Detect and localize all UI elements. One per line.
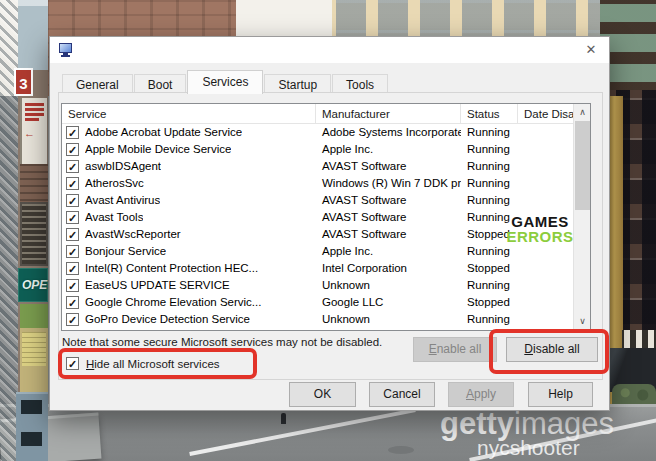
service-checkbox[interactable]: ✓ xyxy=(66,143,79,156)
service-row[interactable]: ✓ Intel(R) Content Protection HEC... Int… xyxy=(62,260,590,277)
service-name: Apple Mobile Device Service xyxy=(85,141,231,158)
service-checkbox[interactable]: ✓ xyxy=(66,177,79,190)
scroll-down-icon[interactable]: ∨ xyxy=(574,313,591,330)
service-checkbox[interactable]: ✓ xyxy=(66,211,79,224)
service-cell: ✓ Avast Antivirus xyxy=(62,192,316,209)
help-button[interactable]: Help xyxy=(528,382,593,407)
manufacturer-cell: Intel Corporation xyxy=(316,260,461,277)
service-cell: ✓ Avast Tools xyxy=(62,209,316,226)
service-checkbox[interactable]: ✓ xyxy=(66,313,79,326)
service-row[interactable]: ✓ EaseUS UPDATE SERVICE Unknown Running xyxy=(62,277,590,294)
manufacturer-cell: Google LLC xyxy=(316,294,461,311)
date-disabled-cell xyxy=(518,277,573,294)
manufacturer-cell: Apple Inc. xyxy=(316,141,461,158)
column-header-status[interactable]: Status xyxy=(461,104,518,123)
service-name: Bonjour Service xyxy=(85,243,166,260)
date-disabled-cell xyxy=(518,158,573,175)
disable-all-label: isable all xyxy=(533,342,580,356)
manufacturer-cell: AVAST Software xyxy=(316,209,461,226)
service-row[interactable]: ✓ GoPro Device Detection Service Unknown… xyxy=(62,311,590,328)
service-checkbox[interactable]: ✓ xyxy=(66,245,79,258)
manufacturer-cell: Apple Inc. xyxy=(316,243,461,260)
tab-services[interactable]: Services xyxy=(187,70,263,94)
scroll-up-icon[interactable]: ∧ xyxy=(574,104,591,121)
number-3-sign: 3 xyxy=(14,68,33,96)
service-checkbox[interactable]: ✓ xyxy=(66,296,79,309)
manhole-cover xyxy=(388,446,414,454)
manufacturer-cell: AVAST Software xyxy=(316,192,461,209)
status-cell: Stopped xyxy=(461,294,518,311)
service-cell: ✓ AtherosSvc xyxy=(62,175,316,192)
status-cell: Running xyxy=(461,141,518,158)
apply-label: A xyxy=(466,387,474,401)
status-cell: Stopped xyxy=(461,260,518,277)
service-checkbox[interactable]: ✓ xyxy=(66,228,79,241)
enable-all-label: E xyxy=(429,342,437,356)
column-header-service[interactable]: Service xyxy=(62,104,316,123)
tab-general[interactable]: General xyxy=(62,74,133,94)
manufacturer-cell: AVAST Software xyxy=(316,226,461,243)
service-row[interactable]: ✓ AtherosSvc Windows (R) Win 7 DDK pr...… xyxy=(62,175,590,192)
service-row[interactable]: ✓ Google Chrome Elevation Servic... Goog… xyxy=(62,294,590,311)
service-cell: ✓ EaseUS UPDATE SERVICE xyxy=(62,277,316,294)
scrollbar-thumb[interactable] xyxy=(575,121,590,210)
status-cell: Running xyxy=(461,158,518,175)
service-checkbox[interactable]: ✓ xyxy=(66,126,79,139)
service-row[interactable]: ✓ Bonjour Service Apple Inc. Running xyxy=(62,243,590,260)
service-checkbox[interactable]: ✓ xyxy=(66,160,79,173)
service-name: Avast Antivirus xyxy=(85,192,160,209)
service-name: aswbIDSAgent xyxy=(85,158,161,175)
date-disabled-cell xyxy=(518,124,573,141)
close-icon[interactable]: ✕ xyxy=(583,42,599,58)
hide-microsoft-services-checkbox[interactable]: ✓ xyxy=(66,357,79,370)
service-row[interactable]: ✓ Apple Mobile Device Service Apple Inc.… xyxy=(62,141,590,158)
service-name: GoPro Device Detection Service xyxy=(85,311,250,328)
column-header-manufacturer[interactable]: Manufacturer xyxy=(316,104,461,123)
status-cell: Running xyxy=(461,192,518,209)
service-cell: ✓ Adobe Acrobat Update Service xyxy=(62,124,316,141)
service-name: Intel(R) Content Protection HEC... xyxy=(85,260,258,277)
status-cell: Running xyxy=(461,311,518,328)
date-disabled-cell xyxy=(518,260,573,277)
microsoft-services-note: Note that some secure Microsoft services… xyxy=(62,336,382,348)
service-checkbox[interactable]: ✓ xyxy=(66,194,79,207)
cancel-button[interactable]: Cancel xyxy=(369,382,435,407)
manufacturer-cell: Adobe Systems Incorporated xyxy=(316,124,461,141)
column-header-date-disabled[interactable]: Date Disabled xyxy=(518,104,573,123)
brick-section xyxy=(20,164,48,202)
system-configuration-dialog: ✕ General Boot Services Startup Tools Se… xyxy=(49,36,610,411)
newspaper-box xyxy=(16,392,48,461)
left-upper-wall xyxy=(18,0,48,70)
status-cell: Running xyxy=(461,277,518,294)
service-checkbox[interactable]: ✓ xyxy=(66,279,79,292)
service-checkbox[interactable]: ✓ xyxy=(66,262,79,275)
tab-bar: General Boot Services Startup Tools xyxy=(62,70,389,94)
service-row[interactable]: ✓ Avast Antivirus AVAST Software Running xyxy=(62,192,590,209)
hide-microsoft-services-label: Hide all Microsoft services xyxy=(86,358,220,370)
games-errors-logo-line1: GAMES xyxy=(487,214,593,229)
service-cell: ✓ Bonjour Service xyxy=(62,243,316,260)
service-name: Google Chrome Elevation Servic... xyxy=(85,294,261,311)
tab-tools[interactable]: Tools xyxy=(332,74,388,94)
ok-button[interactable]: OK xyxy=(289,382,356,407)
service-row[interactable]: ✓ aswbIDSAgent AVAST Software Running xyxy=(62,158,590,175)
manufacturer-cell: AVAST Software xyxy=(316,158,461,175)
disable-all-label: D xyxy=(524,342,533,356)
tab-startup[interactable]: Startup xyxy=(264,74,331,94)
service-cell: ✓ Google Chrome Elevation Servic... xyxy=(62,294,316,311)
date-disabled-cell xyxy=(518,243,573,260)
table-header: Service Manufacturer Status Date Disable… xyxy=(62,104,590,124)
disable-all-button[interactable]: Disable all xyxy=(506,337,598,362)
tab-boot[interactable]: Boot xyxy=(134,74,187,94)
enable-all-label: nable all xyxy=(437,342,482,356)
hide-microsoft-services-row: ✓ Hide all Microsoft services xyxy=(66,357,220,370)
date-disabled-cell xyxy=(518,175,573,192)
status-cell: Running xyxy=(461,243,518,260)
title-bar: ✕ xyxy=(50,37,609,63)
date-disabled-cell xyxy=(518,141,573,158)
open-sign: OPE xyxy=(18,268,48,302)
apply-button[interactable]: Apply xyxy=(448,382,514,407)
service-row[interactable]: ✓ Adobe Acrobat Update Service Adobe Sys… xyxy=(62,124,590,141)
date-disabled-cell xyxy=(518,192,573,209)
enable-all-button[interactable]: Enable all xyxy=(413,337,497,362)
